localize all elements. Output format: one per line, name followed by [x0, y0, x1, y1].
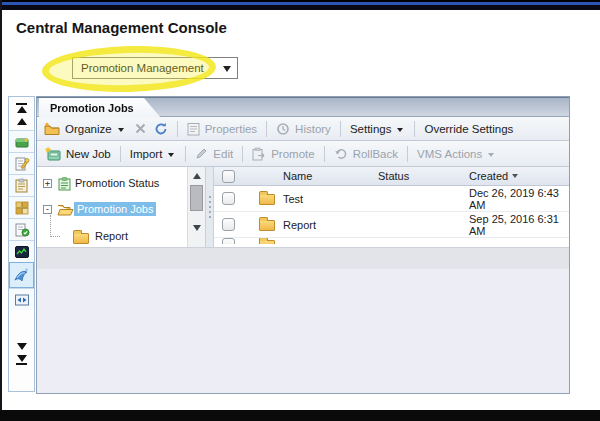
page-title: Central Management Console	[16, 19, 227, 36]
tree-item-report[interactable]: Report	[73, 226, 131, 246]
scroll-top-bar-icon	[16, 103, 27, 105]
tree-connector-line	[50, 215, 51, 237]
column-header-label: Created	[469, 170, 508, 182]
settings-dropdown-caret-icon[interactable]	[397, 128, 403, 132]
tab-bar: Promotion Jobs	[37, 97, 569, 117]
vms-actions-dropdown-caret-icon[interactable]	[488, 153, 494, 157]
row-checkbox[interactable]	[222, 192, 235, 205]
row-checkbox	[222, 238, 235, 244]
delete-x-button[interactable]	[135, 123, 146, 134]
scrollbar-down-arrow-icon[interactable]	[193, 225, 201, 231]
scroll-up-arrow-icon	[17, 118, 27, 125]
refresh-icon	[154, 122, 168, 136]
cell-name[interactable]: Report	[283, 219, 378, 231]
settings-button[interactable]: Settings	[350, 123, 392, 135]
promote-icon	[252, 147, 266, 161]
monitoring-icon	[14, 245, 30, 259]
content-split: + Promotion Status -	[37, 167, 569, 247]
column-header-name[interactable]: Name	[283, 170, 378, 182]
history-button[interactable]: History	[295, 123, 331, 135]
sidebar-scroll-to-top-button[interactable]	[9, 100, 34, 114]
window-top-border	[0, 0, 600, 10]
cell-name[interactable]: Test	[283, 193, 378, 205]
folders-icon	[14, 135, 30, 149]
delete-x-icon	[135, 123, 146, 134]
organize-button[interactable]: Organize	[65, 123, 112, 135]
tree-item-label-selected: Promotion Jobs	[74, 202, 156, 216]
promotion-management-icon	[13, 267, 30, 283]
cell-created: Sep 25, 2016 6:31 AM	[469, 213, 569, 237]
column-header-created[interactable]: Created	[469, 170, 569, 182]
sidebar-item-auditing[interactable]	[9, 218, 34, 240]
cell-created: Dec 26, 2019 6:43 AM	[469, 187, 569, 211]
cmc-screen: Central Management Console Promotion Man…	[0, 0, 600, 421]
collapse-minus-icon[interactable]: -	[43, 205, 52, 214]
folder-icon	[73, 233, 89, 244]
import-dropdown-caret-icon[interactable]	[168, 153, 174, 157]
pane-splitter[interactable]	[205, 167, 214, 247]
tree-scrollbar[interactable]	[187, 167, 205, 247]
empty-band	[37, 247, 569, 269]
table-row[interactable]: Test Dec 26, 2019 6:43 AM	[214, 186, 569, 212]
settings-tools-icon	[14, 156, 30, 171]
column-header-status[interactable]: Status	[378, 170, 469, 182]
sidebar-item-settings[interactable]	[9, 152, 34, 174]
scroll-bottom-bar-icon	[16, 363, 27, 365]
sidebar-item-version-management[interactable]	[9, 288, 34, 310]
expand-plus-icon[interactable]: +	[43, 179, 52, 188]
properties-button[interactable]: Properties	[205, 123, 257, 135]
new-job-icon	[44, 146, 61, 161]
history-icon	[276, 122, 290, 136]
tree-item-promotion-status[interactable]: + Promotion Status	[43, 173, 162, 193]
sidebar-scroll-up-button[interactable]	[9, 114, 34, 128]
folder-icon	[259, 220, 275, 231]
folder-icon	[259, 240, 275, 244]
promote-button[interactable]: Promote	[271, 148, 314, 160]
scroll-down-arrow-icon	[17, 343, 27, 350]
open-folder-icon	[57, 203, 74, 216]
sessions-icon	[14, 178, 29, 193]
window-left-border	[0, 0, 2, 421]
table-row-clipped	[214, 238, 569, 244]
scrollbar-thumb[interactable]	[190, 185, 203, 211]
select-all-checkbox[interactable]	[222, 170, 235, 183]
scrollbar-up-arrow-icon[interactable]	[193, 173, 201, 179]
sidebar-item-promotion-management[interactable]	[9, 262, 34, 288]
sidebar-scroll-to-bottom-button[interactable]	[9, 353, 34, 367]
promotion-status-icon	[57, 176, 72, 191]
sidebar-item-sessions[interactable]	[9, 174, 34, 196]
tree-item-label: Promotion Status	[72, 176, 162, 190]
main-panel: Promotion Jobs Organize	[36, 96, 570, 394]
scroll-top-arrow-icon	[17, 106, 27, 113]
edit-pencil-icon	[195, 147, 208, 160]
edit-button[interactable]: Edit	[213, 148, 233, 160]
tab-promotion-jobs[interactable]: Promotion Jobs	[39, 98, 161, 118]
module-select-dropdown[interactable]: Promotion Management	[72, 57, 238, 79]
table-row[interactable]: Report Sep 25, 2016 6:31 AM	[214, 212, 569, 238]
tree-item-promotion-jobs[interactable]: - Promotion Jobs	[43, 199, 156, 219]
import-button[interactable]: Import	[130, 148, 163, 160]
organize-dropdown-caret-icon[interactable]	[118, 128, 124, 132]
tree-connector-elbow	[50, 236, 60, 237]
auditing-icon	[14, 222, 30, 237]
row-checkbox[interactable]	[222, 218, 235, 231]
sidebar-scroll-down-button[interactable]	[9, 339, 34, 353]
refresh-button[interactable]	[154, 122, 168, 136]
primary-toolbar: Organize Properties	[37, 117, 569, 141]
sidebar-item-monitoring[interactable]	[9, 240, 34, 262]
empty-workspace	[37, 269, 569, 393]
sidebar-item-applications[interactable]	[9, 196, 34, 218]
table-header-row: Name Status Created	[214, 167, 569, 186]
properties-icon	[187, 122, 200, 136]
rollback-icon	[334, 147, 348, 160]
sidebar-icon-stack	[9, 130, 34, 310]
new-job-button[interactable]: New Job	[66, 148, 111, 160]
sidebar-item-folders[interactable]	[9, 130, 34, 152]
override-settings-button[interactable]: Override Settings	[424, 123, 513, 135]
tree-item-label: Report	[92, 229, 131, 243]
vms-actions-button[interactable]: VMS Actions	[417, 148, 482, 160]
applications-icon	[14, 200, 29, 215]
sidebar	[8, 96, 35, 392]
rollback-button[interactable]: RollBack	[353, 148, 398, 160]
folder-icon	[259, 194, 275, 205]
